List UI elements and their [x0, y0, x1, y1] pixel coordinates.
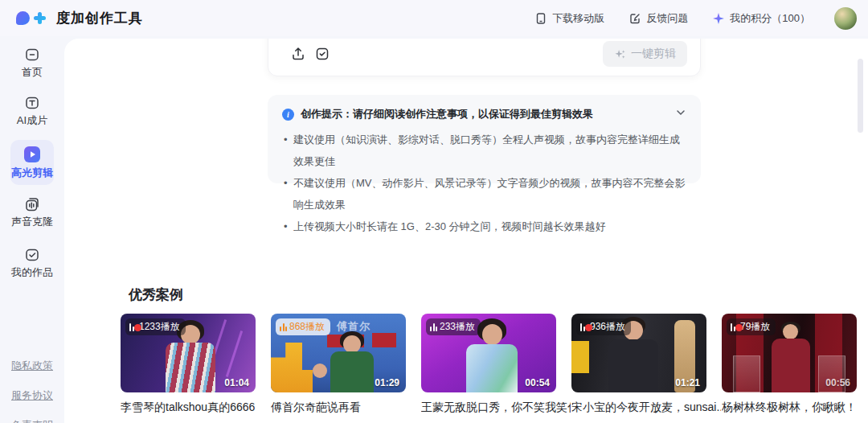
scrollbar[interactable]	[858, 59, 863, 133]
privacy-policy-link[interactable]: 隐私政策	[11, 359, 53, 373]
play-count-badge: 868播放	[276, 318, 330, 335]
sidebar-item-highlight-clip[interactable]: 高光剪辑	[10, 140, 54, 185]
duration-label: 01:29	[375, 377, 399, 388]
play-count-label: 868播放	[289, 320, 325, 334]
video-thumbnail: 233播放 00:54	[421, 314, 556, 392]
video-title: 宋小宝的今夜开放麦，sunsai...	[571, 400, 721, 415]
logo-blob-icon	[16, 11, 30, 25]
sidebar-label-home: 首页	[22, 65, 43, 80]
tip-item: 上传视频大小时长请在 1G、2-30 分钟之间，视频时间越长效果越好	[282, 216, 686, 237]
sidebar-label-highlight-clip: 高光剪辑	[11, 166, 53, 180]
example-video-card[interactable]: 868播放 傅首尔 01:29 傅首尔奇葩说再看	[271, 314, 421, 415]
download-mobile-label: 下载移动版	[552, 11, 604, 26]
points-sparkle-icon	[712, 12, 725, 25]
feedback-pen-icon	[628, 12, 641, 25]
example-video-card[interactable]: 233播放 00:54 王蒙无敌脱口秀，你不笑我笑你	[421, 314, 571, 415]
sidebar-label-voice-clone: 声音克隆	[11, 215, 53, 229]
tips-title: 创作提示：请仔细阅读创作注意事项，以保证得到最佳剪辑效果	[301, 107, 593, 121]
video-title: 杨树林终极树林，你瞅瞅！	[722, 400, 868, 415]
check-square-icon[interactable]	[310, 42, 334, 66]
tips-list: 建议使用（知识演讲、影综对话、脱口秀等）全程人声视频，故事内容完整详细生成效果更…	[282, 129, 686, 237]
user-avatar[interactable]	[834, 7, 857, 30]
main-panel: 一键剪辑 i 创作提示：请仔细阅读创作注意事项，以保证得到最佳剪辑效果 建议使用…	[64, 39, 868, 423]
sidebar-item-voice-clone[interactable]: 声音克隆	[6, 196, 58, 229]
ai-film-icon	[24, 95, 40, 111]
top-header: 度加创作工具 下载移动版 反馈问题	[0, 0, 868, 36]
play-count-badge: 79播放	[727, 318, 776, 335]
play-stats-icon	[280, 323, 287, 331]
one-click-edit-button[interactable]: 一键剪辑	[603, 41, 687, 67]
play-count-label: 79播放	[740, 320, 770, 334]
sparkle-icon	[614, 48, 626, 60]
sidebar: 首页 AI成片 高光剪辑 声音	[0, 36, 64, 423]
play-stats-icon	[129, 323, 137, 331]
play-count-badge: 1233播放	[125, 318, 186, 335]
video-title: 傅首尔奇葩说再看	[271, 400, 420, 415]
video-thumbnail: 868播放 傅首尔 01:29	[271, 314, 406, 392]
download-mobile-button[interactable]: 下载移动版	[534, 11, 604, 26]
video-thumbnail: 1233播放 01:04	[121, 314, 256, 392]
my-points-button[interactable]: 我的积分（100）	[712, 11, 810, 26]
disclaimer-link[interactable]: 免责声明	[11, 418, 53, 423]
video-watermark: 傅首尔	[337, 319, 371, 334]
mobile-phone-icon	[534, 12, 547, 25]
play-stats-icon	[731, 323, 738, 331]
sidebar-footer-links: 隐私政策 服务协议 免责声明	[0, 359, 64, 423]
play-count-badge: 936播放	[576, 318, 631, 335]
video-title: 李雪琴的talkshou真的6666	[121, 400, 270, 415]
play-count-badge: 233播放	[426, 318, 481, 335]
tip-item: 不建议使用（MV、动作影片、风景记录等）文字音频少的视频，故事内容不完整会影响生…	[282, 172, 686, 216]
duration-label: 00:56	[825, 377, 850, 388]
sidebar-label-ai-film: AI成片	[17, 113, 47, 128]
example-video-card[interactable]: 936播放 01:21 宋小宝的今夜开放麦，sunsai...	[571, 314, 722, 415]
video-thumbnail: 79播放 00:56	[722, 314, 857, 392]
example-video-card[interactable]: 79播放 00:56 杨树林终极树林，你瞅瞅！	[722, 314, 868, 415]
sidebar-item-ai-film[interactable]: AI成片	[6, 95, 58, 128]
logo-plus-icon	[34, 12, 46, 24]
play-count-label: 233播放	[440, 320, 475, 334]
points-label: 我的积分（100）	[730, 11, 810, 26]
home-icon	[24, 47, 40, 63]
play-stats-icon	[430, 323, 437, 331]
chevron-down-icon[interactable]	[675, 107, 686, 118]
creation-tips-box: i 创作提示：请仔细阅读创作注意事项，以保证得到最佳剪辑效果 建议使用（知识演讲…	[268, 95, 701, 183]
service-agreement-link[interactable]: 服务协议	[11, 388, 53, 403]
my-works-icon	[24, 247, 40, 263]
sidebar-item-my-works[interactable]: 我的作品	[6, 247, 58, 280]
upload-card: 一键剪辑	[268, 39, 701, 76]
one-click-edit-label: 一键剪辑	[631, 47, 676, 61]
duration-label: 01:21	[675, 377, 700, 388]
video-thumbnail: 936播放 01:21	[571, 314, 706, 392]
examples-section-title: 优秀案例	[129, 285, 183, 304]
play-count-label: 1233播放	[139, 320, 180, 334]
feedback-button[interactable]: 反馈问题	[628, 11, 688, 26]
sidebar-label-my-works: 我的作品	[11, 265, 53, 280]
example-video-card[interactable]: 1233播放 01:04 李雪琴的talkshou真的6666	[121, 314, 271, 415]
highlight-clip-icon	[23, 146, 41, 163]
app-title: 度加创作工具	[56, 9, 143, 27]
sidebar-item-home[interactable]: 首页	[6, 47, 58, 80]
upload-icon[interactable]	[286, 42, 310, 66]
tip-item: 建议使用（知识演讲、影综对话、脱口秀等）全程人声视频，故事内容完整详细生成效果更…	[282, 129, 686, 172]
app-logo[interactable]: 度加创作工具	[16, 9, 143, 27]
feedback-label: 反馈问题	[646, 11, 688, 26]
info-icon: i	[282, 109, 294, 121]
video-title: 王蒙无敌脱口秀，你不笑我笑你	[421, 400, 571, 415]
play-count-label: 936播放	[590, 320, 625, 334]
voice-clone-icon	[24, 196, 40, 212]
duration-label: 00:54	[525, 377, 550, 388]
duration-label: 01:04	[224, 377, 249, 388]
play-stats-icon	[580, 323, 588, 331]
